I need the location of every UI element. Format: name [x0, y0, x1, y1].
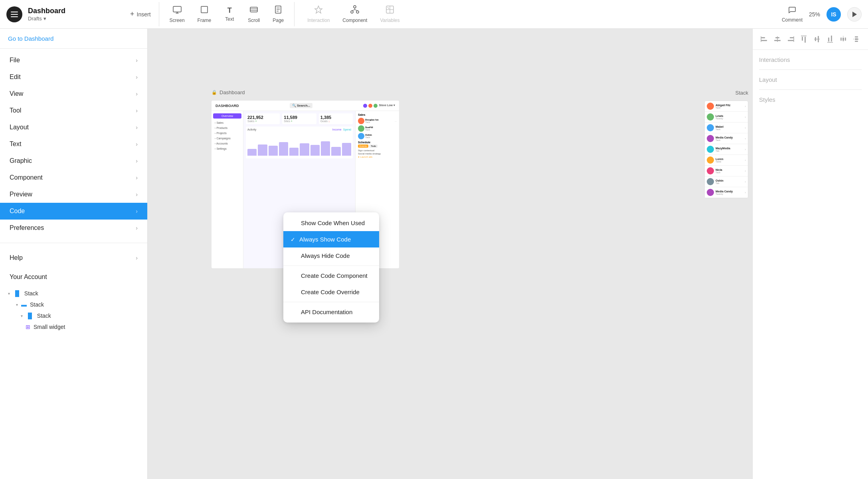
- bar-9: [331, 147, 340, 156]
- svg-point-13: [351, 11, 353, 13]
- zoom-level[interactable]: 25%: [809, 11, 820, 18]
- play-button[interactable]: [847, 7, 862, 22]
- text-icon: T: [227, 6, 232, 15]
- stack-row-5: MazyMedia Tab ›: [705, 144, 748, 155]
- stack-avatar-2: [707, 113, 714, 121]
- app-title: Dashboard Drafts ▾: [28, 7, 65, 22]
- user-avatar[interactable]: IS: [826, 7, 841, 22]
- stack-row-7: Nicla Tack ›: [705, 166, 748, 176]
- menu-item-component[interactable]: Component ›: [0, 169, 147, 186]
- bar-7: [310, 145, 320, 156]
- tool-interaction[interactable]: Interaction: [301, 2, 336, 26]
- chevron-right-icon: ›: [136, 208, 138, 214]
- stack-avatar-8: [707, 178, 714, 185]
- align-right-icon[interactable]: [785, 34, 796, 45]
- stack-panel: Abigail Fitz Tack › Lewis Twenty › Mabel…: [704, 101, 748, 198]
- svg-rect-3: [173, 6, 181, 12]
- layer-item-small-widget[interactable]: ⊞ Small widget: [0, 321, 147, 333]
- tool-page[interactable]: Page: [266, 2, 290, 26]
- canvas-area[interactable]: 🔒 Dashboard DASHBOARD 🔍 Search... Steve …: [148, 29, 752, 479]
- align-top-icon[interactable]: [799, 34, 809, 45]
- tool-variables[interactable]: Variables: [374, 2, 406, 26]
- layer-item-stack-3[interactable]: ▾ ▐▌ Stack: [0, 310, 147, 321]
- distribute-v-icon[interactable]: [851, 34, 862, 45]
- layer-item-stack-1[interactable]: ▾ ▐▌ Stack: [0, 288, 147, 299]
- tool-component[interactable]: Component: [336, 2, 374, 26]
- dropdown-create-component[interactable]: Create Code Component: [283, 267, 379, 284]
- dash-sidebar: Overview ▫ Sales ▫ Products ▫ Projects ▫…: [212, 111, 243, 268]
- comment-button[interactable]: Comment: [782, 6, 803, 23]
- component-icon: [350, 5, 359, 16]
- svg-rect-2: [11, 16, 18, 17]
- chevron-right-icon: ›: [136, 174, 138, 181]
- svg-rect-1: [11, 14, 18, 15]
- svg-rect-29: [788, 40, 794, 41]
- dropdown-show-when-used[interactable]: Show Code When Used: [283, 215, 379, 231]
- svg-rect-22: [761, 37, 765, 38]
- tool-text[interactable]: T Text: [217, 3, 241, 25]
- dashboard-link[interactable]: Go to Dashboard: [0, 29, 147, 49]
- page-icon: [274, 5, 283, 16]
- bar-3: [269, 146, 278, 156]
- hamburger-button[interactable]: [6, 6, 22, 22]
- chevron-right-icon: ›: [136, 191, 138, 198]
- right-panel-sections: Interactions Layout Styles: [753, 50, 868, 479]
- account-section-label: Your Account: [0, 269, 147, 285]
- dropdown-api-docs[interactable]: API Documentation: [283, 304, 379, 320]
- menu-item-edit[interactable]: Edit ›: [0, 69, 147, 85]
- align-middle-icon[interactable]: [812, 34, 823, 45]
- section-interactions: Interactions: [759, 56, 862, 63]
- menu-item-view[interactable]: View ›: [0, 85, 147, 102]
- dropdown-create-override[interactable]: Create Code Override: [283, 284, 379, 300]
- distribute-h-icon[interactable]: [838, 34, 848, 45]
- layer-tree: ▾ ▐▌ Stack ▾ ▬ Stack ▾ ▐▌ Stack ⊞: [0, 285, 147, 336]
- chevron-right-icon: ›: [136, 141, 138, 147]
- stack-avatar-5: [707, 146, 714, 153]
- dropdown-always-show[interactable]: ✓ Always Show Code: [283, 231, 379, 247]
- section-layout: Layout: [759, 76, 862, 83]
- dash-stat-sites: 11,589 Sites +: [282, 113, 316, 124]
- svg-rect-23: [761, 40, 767, 41]
- stack-icon: ▬: [21, 301, 27, 308]
- menu-divider: [0, 243, 147, 243]
- arrow-icon: ›: [745, 169, 746, 173]
- align-center-icon[interactable]: [772, 34, 783, 45]
- menu-item-code[interactable]: Code ›: [0, 203, 147, 220]
- bar-10: [342, 143, 351, 156]
- right-tools: Interaction Component Variables: [295, 2, 412, 26]
- dash-chart-bars: [247, 132, 351, 156]
- menu-item-text[interactable]: Text ›: [0, 136, 147, 152]
- stack-avatar-6: [707, 156, 714, 164]
- tool-screen[interactable]: Screen: [163, 2, 191, 26]
- menu-item-preferences[interactable]: Preferences ›: [0, 220, 147, 236]
- svg-rect-32: [805, 37, 806, 43]
- menu-item-preview[interactable]: Preview ›: [0, 186, 147, 203]
- menu-item-tool[interactable]: Tool ›: [0, 102, 147, 119]
- insert-button[interactable]: + Insert: [122, 10, 159, 18]
- menu-item-graphic[interactable]: Graphic ›: [0, 152, 147, 169]
- align-left-icon[interactable]: [759, 34, 770, 45]
- align-bottom-icon[interactable]: [825, 34, 835, 45]
- menu-item-help[interactable]: Help ›: [0, 249, 147, 266]
- scroll-icon: [249, 5, 258, 16]
- variables-icon: [386, 5, 394, 16]
- tool-frame[interactable]: Frame: [191, 2, 218, 26]
- stack-row-6: Loren Table ›: [705, 155, 748, 166]
- menu-item-layout[interactable]: Layout ›: [0, 119, 147, 136]
- chevron-right-icon: ›: [136, 124, 138, 131]
- svg-rect-5: [250, 7, 257, 12]
- layer-item-stack-2[interactable]: ▾ ▬ Stack: [0, 299, 147, 310]
- dash-stats: 221,952 Sales + 11,589 Sites + 1,385 Goa…: [246, 113, 353, 124]
- stack-avatar-4: [707, 135, 714, 142]
- svg-rect-40: [840, 38, 842, 41]
- dropdown-always-hide[interactable]: Always Hide Code: [283, 247, 379, 264]
- tool-scroll[interactable]: Scroll: [241, 2, 266, 26]
- svg-point-12: [354, 6, 356, 8]
- svg-point-14: [356, 11, 359, 13]
- dash-header-icons: Steve Low ▾: [363, 104, 395, 108]
- menu-item-file[interactable]: File ›: [0, 52, 147, 69]
- grid-icon: ⊞: [26, 324, 30, 330]
- stack-row-9: Media Candy Twenty ›: [705, 187, 748, 198]
- stack-avatar-9: [707, 189, 714, 196]
- dash-sidebar-projects: ▫ Projects: [213, 131, 241, 136]
